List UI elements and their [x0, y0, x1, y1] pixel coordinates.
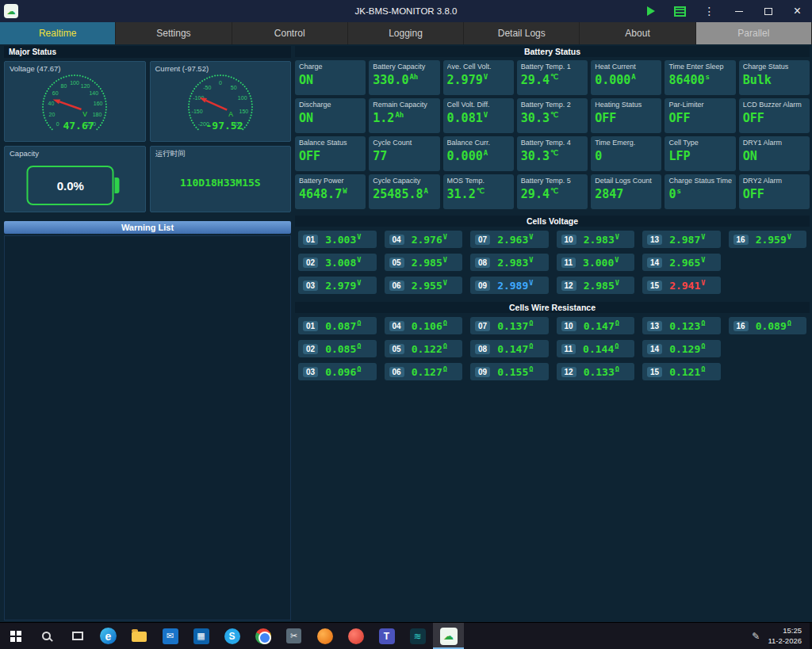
- cell-number: 12: [561, 367, 576, 377]
- search-button[interactable]: [31, 623, 62, 649]
- file-explorer-icon: [132, 632, 147, 642]
- cell-value: 2.987V: [669, 233, 705, 246]
- cell-value: 2.983V: [584, 233, 619, 246]
- tab-detail-logs[interactable]: Detail Logs: [464, 22, 580, 44]
- store-button[interactable]: [186, 623, 216, 649]
- status-tile-battery-temp-2: Battery Temp. 230.3℃: [517, 98, 588, 133]
- tab-about[interactable]: About: [580, 22, 695, 44]
- cell-resistance-07: 070.137Ω: [470, 317, 549, 334]
- status-tile-ave-cell-volt: Ave. Cell Volt.2.979V: [443, 60, 514, 95]
- cell-value: 0.085Ω: [325, 342, 361, 355]
- voltage-gauge-label: Voltage (47.67): [10, 64, 60, 73]
- battery-status-title: Battery Status: [295, 46, 810, 57]
- runtime-value: 110D18H33M15S: [151, 177, 291, 189]
- start-button[interactable]: [0, 623, 31, 649]
- tab-realtime[interactable]: Realtime: [0, 22, 116, 44]
- cell-voltage-03: 032.979V: [298, 277, 377, 294]
- tab-logging[interactable]: Logging: [348, 22, 464, 44]
- status-tile-charge: ChargeON: [295, 60, 366, 95]
- voltage-gauge: 020406080100120140160180200V47.67: [5, 72, 144, 140]
- svg-text:60: 60: [52, 90, 59, 96]
- cells-resistance-title: Cells Wire Resistance: [295, 302, 810, 313]
- menu-button[interactable]: [695, 0, 724, 22]
- maximize-button[interactable]: [753, 0, 783, 22]
- task-view-icon: [72, 632, 83, 640]
- tab-settings[interactable]: Settings: [116, 22, 232, 44]
- audio-app-button[interactable]: [402, 623, 433, 649]
- svg-text:-150: -150: [191, 109, 202, 114]
- bms-monitor-button[interactable]: [433, 623, 464, 649]
- status-tile-remain-capacity: Remain Capacity1.2Ah: [369, 98, 439, 133]
- media-app-button[interactable]: [340, 623, 371, 649]
- teams-button[interactable]: [371, 623, 402, 649]
- edge-button[interactable]: [93, 623, 124, 649]
- tile-value: 30.3℃: [521, 111, 584, 125]
- export-button[interactable]: [665, 0, 695, 22]
- task-view-button[interactable]: [62, 623, 93, 649]
- cell-number: 11: [561, 344, 576, 354]
- svg-text:50: 50: [231, 85, 237, 90]
- capacity-label: Capacity: [10, 149, 39, 158]
- tile-value: 0: [595, 149, 657, 163]
- tile-value: 29.4℃: [521, 73, 584, 87]
- tile-label: Battery Temp. 5: [521, 177, 584, 185]
- svg-text:180: 180: [93, 112, 102, 117]
- current-gauge-box: Current (-97.52) -200-150-100-5005010015…: [150, 61, 292, 142]
- minimize-button[interactable]: [724, 0, 753, 22]
- snipping-tool-button[interactable]: [278, 623, 309, 649]
- cell-value: 0.129Ω: [669, 342, 705, 355]
- cell-number: 04: [389, 235, 404, 245]
- office-button[interactable]: [309, 623, 340, 649]
- cell-value: 0.121Ω: [669, 365, 705, 378]
- tile-label: LCD Buzzer Alarm: [743, 101, 806, 109]
- close-button[interactable]: [783, 0, 812, 22]
- tab-control[interactable]: Control: [232, 22, 348, 44]
- tile-value: 4648.7W: [299, 187, 362, 201]
- status-tile-heat-current: Heat Current0.000A: [591, 60, 661, 95]
- status-tile-balance-curr: Balance Curr.0.000A: [443, 136, 514, 171]
- cell-value: 0.123Ω: [669, 319, 705, 332]
- cell-number: 11: [561, 258, 576, 268]
- tile-label: MOS Temp.: [447, 177, 510, 185]
- cell-number: 12: [561, 281, 576, 291]
- file-explorer-button[interactable]: [124, 623, 155, 649]
- snipping-tool-icon: [286, 628, 301, 643]
- tile-label: DRY2 Alarm: [743, 177, 806, 185]
- cell-number: 15: [647, 281, 662, 291]
- skype-button[interactable]: [216, 623, 247, 649]
- cell-number: 08: [475, 258, 490, 268]
- taskbar-clock[interactable]: 15:25 11-2-2026: [768, 626, 802, 646]
- runtime-box: 运行时间 110D18H33M15S: [150, 146, 292, 212]
- bms-monitor-icon: [440, 628, 458, 645]
- capacity-value: 0.0%: [57, 179, 84, 193]
- status-tile-battery-temp-5: Battery Temp. 529.4℃: [517, 174, 588, 209]
- chrome-button[interactable]: [247, 623, 278, 649]
- warning-list[interactable]: [4, 235, 291, 620]
- play-button[interactable]: [636, 0, 665, 22]
- cell-number: 07: [475, 235, 490, 245]
- mail-button[interactable]: [155, 623, 186, 649]
- cell-value: 3.008V: [325, 256, 361, 269]
- cell-value: 0.147Ω: [497, 342, 533, 355]
- cell-value: 0.144Ω: [583, 342, 619, 355]
- cell-number: 14: [647, 258, 662, 268]
- battery-capacity-icon: 0.0%: [27, 166, 114, 205]
- current-gauge-label: Current (-97.52): [155, 64, 209, 73]
- capacity-box: Capacity 0.0%: [4, 146, 146, 212]
- close-icon: [794, 4, 801, 18]
- status-tile-cycle-count: Cycle Count77: [369, 136, 439, 171]
- tab-parallel[interactable]: Parallel: [696, 22, 812, 44]
- tile-label: Time Enter Sleep: [668, 63, 731, 71]
- tile-label: DRY1 Alarm: [743, 139, 806, 147]
- pen-icon[interactable]: [752, 631, 760, 642]
- tile-value: LFP: [668, 149, 731, 163]
- cell-resistance-15: 150.121Ω: [642, 363, 721, 380]
- cell-value: 0.133Ω: [584, 365, 619, 378]
- status-tile-balance-status: Balance StatusOFF: [295, 136, 366, 171]
- cell-voltage-09: 092.989V: [470, 277, 549, 294]
- cell-number: 13: [647, 321, 662, 331]
- cell-voltage-02: 023.008V: [298, 254, 377, 271]
- tile-value: OFF: [743, 111, 806, 125]
- status-tile-battery-temp-4: Battery Temp. 430.3℃: [517, 136, 588, 171]
- cell-value: 0.147Ω: [584, 319, 619, 332]
